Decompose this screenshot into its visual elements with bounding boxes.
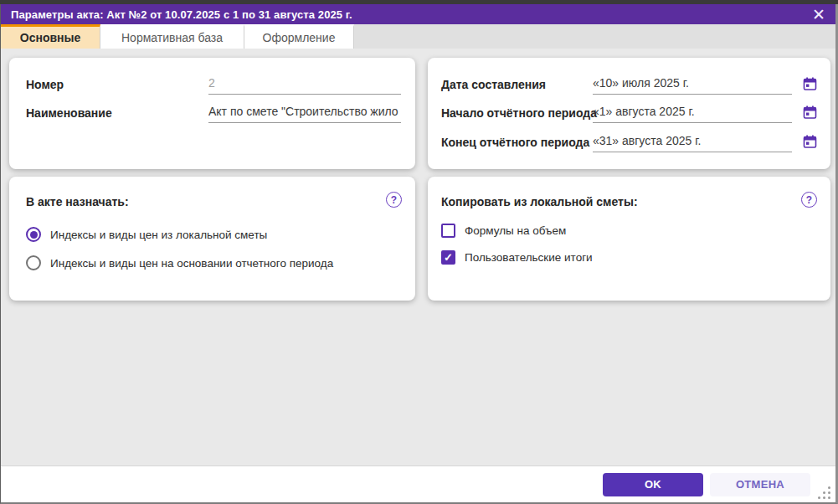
tab-strip: Основные Нормативная база Оформление <box>1 24 835 49</box>
close-icon[interactable]: ✕ <box>812 7 825 22</box>
name-input[interactable]: Акт по смете "Строительство жило <box>208 105 401 123</box>
period-end-input[interactable]: «31» августа 2025 г. <box>593 134 792 152</box>
dialog-titlebar: Параметры акта: Акт №2 от 10.07.2025 с 1… <box>1 4 835 24</box>
checkbox-user-totals[interactable]: Пользовательские итоги <box>441 250 593 265</box>
copy-panel-title: Копировать из локальной сметы: <box>441 195 638 208</box>
general-panel: Номер 2 Наименование Акт по смете "Строи… <box>9 58 415 169</box>
radio-unselected-icon[interactable] <box>26 255 41 270</box>
dates-panel: Дата составления «10» июля 2025 г. Начал… <box>428 58 830 169</box>
calendar-icon[interactable] <box>803 77 817 91</box>
tab-general-label: Основные <box>20 31 81 44</box>
tab-normative-base[interactable]: Нормативная база <box>100 24 244 49</box>
calendar-icon[interactable] <box>803 105 817 120</box>
assign-panel: В акте назначать: ? Индексы и виды цен и… <box>9 177 415 301</box>
ok-button[interactable]: OK <box>603 473 703 496</box>
tab-formatting-label: Оформление <box>263 31 336 44</box>
resize-grip-icon[interactable] <box>818 486 831 499</box>
tab-strip-filler <box>354 24 835 49</box>
period-start-input[interactable]: «1» августа 2025 г. <box>593 105 792 123</box>
compose-date-label: Дата составления <box>441 78 546 91</box>
tab-normative-base-label: Нормативная база <box>121 31 223 44</box>
period-start-label: Начало отчётного периода <box>441 106 597 120</box>
radio-label: Индексы и виды цен на основании отчетног… <box>50 257 333 270</box>
help-icon[interactable]: ? <box>801 192 817 208</box>
checkbox-checked-icon[interactable] <box>441 250 455 265</box>
dialog-footer: OK ОТМЕНА <box>1 465 835 502</box>
calendar-icon[interactable] <box>803 135 817 149</box>
compose-date-input[interactable]: «10» июля 2025 г. <box>593 76 792 95</box>
tab-general[interactable]: Основные <box>1 24 100 49</box>
tab-formatting[interactable]: Оформление <box>244 24 354 49</box>
number-label: Номер <box>26 78 64 91</box>
dialog-title: Параметры акта: Акт №2 от 10.07.2025 с 1… <box>11 8 352 21</box>
radio-selected-icon[interactable] <box>26 227 41 242</box>
checkbox-volume-formulas[interactable]: Формулы на объем <box>441 224 566 238</box>
dialog-window: Параметры акта: Акт №2 от 10.07.2025 с 1… <box>0 4 838 504</box>
radio-label: Индексы и виды цен из локальной сметы <box>50 229 267 241</box>
radio-indices-from-period[interactable]: Индексы и виды цен на основании отчетног… <box>26 255 333 270</box>
assign-panel-title: В акте назначать: <box>26 195 129 208</box>
checkbox-label: Формулы на объем <box>465 224 566 237</box>
copy-panel: Копировать из локальной сметы: ? Формулы… <box>428 177 830 301</box>
cancel-button[interactable]: ОТМЕНА <box>710 473 810 496</box>
dialog-body: Номер 2 Наименование Акт по смете "Строи… <box>1 49 835 465</box>
help-icon[interactable]: ? <box>386 192 402 208</box>
period-end-label: Конец отчётного периода <box>441 136 589 149</box>
name-label: Наименование <box>26 106 112 120</box>
checkbox-unchecked-icon[interactable] <box>441 224 455 238</box>
number-input[interactable]: 2 <box>208 76 401 95</box>
checkbox-label: Пользовательские итоги <box>465 251 593 264</box>
radio-indices-from-estimate[interactable]: Индексы и виды цен из локальной сметы <box>26 227 267 242</box>
